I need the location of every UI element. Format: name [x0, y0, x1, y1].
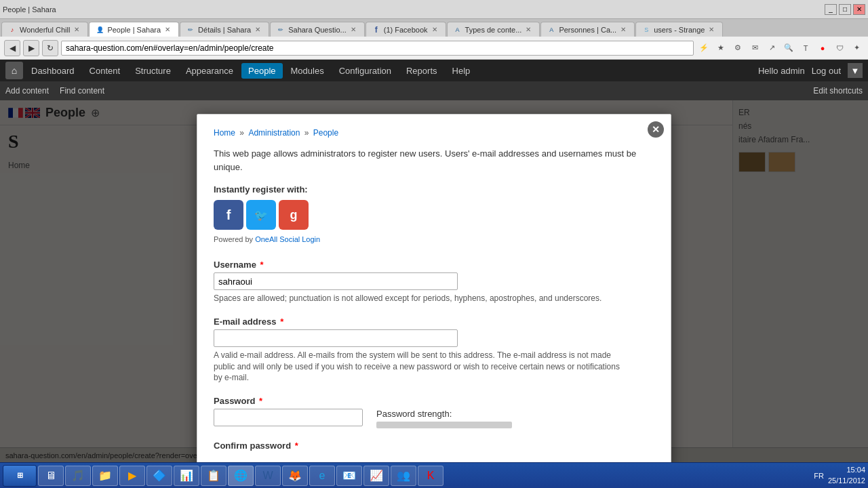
breadcrumb-home[interactable]: Home — [214, 128, 235, 138]
mail-icon[interactable]: ✉ — [747, 41, 762, 56]
tab-close-personnes[interactable]: ✕ — [620, 26, 629, 34]
magnify-icon[interactable]: 🔍 — [781, 41, 796, 56]
admin-menu-reports[interactable]: Reports — [399, 63, 444, 79]
admin-menu-people[interactable]: People — [241, 63, 282, 79]
taskbar-clock: 15:04 25/11/2012 — [828, 465, 865, 486]
tab-people[interactable]: 👤 People | Sahara ✕ — [89, 22, 179, 37]
tab-bar: ♪ Wonderful Chill ✕ 👤 People | Sahara ✕ … — [0, 19, 868, 37]
email-label: E-mail address * — [214, 317, 654, 327]
tab-close-users[interactable]: ✕ — [709, 26, 717, 34]
rss-icon[interactable]: ⚡ — [696, 41, 711, 56]
email-field-group: E-mail address * A valid e-mail address.… — [214, 317, 654, 384]
add-content-link[interactable]: Add content — [5, 86, 49, 96]
admin-menu-appearance[interactable]: Appearance — [179, 63, 240, 79]
tab-favicon-facebook: f — [372, 25, 381, 35]
shield-icon[interactable]: 🛡 — [832, 41, 847, 56]
taskbar-item-folder[interactable]: 📁 — [92, 466, 118, 486]
expand-button[interactable]: ▼ — [848, 63, 863, 78]
tab-close-people[interactable]: ✕ — [165, 26, 173, 34]
taskbar-item-excel[interactable]: 📊 — [174, 466, 199, 486]
window-title: People | Sahara — [3, 5, 56, 14]
admin-menu-configuration[interactable]: Configuration — [332, 63, 398, 79]
tab-facebook[interactable]: f (1) Facebook ✕ — [366, 22, 446, 37]
twitter-register-button[interactable]: 🐦 — [246, 200, 276, 230]
tab-wonderful[interactable]: ♪ Wonderful Chill ✕ — [1, 22, 88, 37]
twitter-icon: 🐦 — [254, 209, 268, 222]
taskbar-item-vlc[interactable]: ▶ — [119, 466, 145, 486]
confirm-required: * — [295, 441, 298, 451]
close-button[interactable]: ✕ — [853, 4, 865, 15]
powered-by-text: Powered by — [214, 235, 253, 243]
password-strength-section: Password strength: — [376, 409, 512, 428]
admin-menu-content[interactable]: Content — [83, 63, 127, 79]
taskbar-item-ie[interactable]: e — [309, 466, 335, 486]
back-button[interactable]: ◀ — [4, 40, 20, 56]
tab-details[interactable]: ✏ Détails | Sahara ✕ — [180, 22, 269, 37]
taskbar-item-thunderbird[interactable]: 📧 — [336, 466, 362, 486]
tab-close-details[interactable]: ✕ — [255, 26, 263, 34]
color-icon[interactable]: ● — [815, 41, 830, 56]
taskbar-item-music[interactable]: 🎵 — [65, 466, 91, 486]
tab-types[interactable]: A Types de conte... ✕ — [447, 22, 540, 37]
username-label: Username * — [214, 260, 654, 270]
tab-users[interactable]: S users - Strange ✕ — [635, 22, 723, 37]
thunderbird-icon: 📧 — [342, 469, 356, 483]
vlc-icon: ▶ — [125, 469, 139, 483]
translate-icon[interactable]: T — [798, 41, 813, 56]
home-button[interactable]: ⌂ — [5, 62, 23, 79]
logout-link[interactable]: Log out — [812, 66, 841, 76]
maximize-button[interactable]: □ — [839, 4, 851, 15]
email-input[interactable] — [214, 329, 458, 347]
tab-favicon-wonderful: ♪ — [7, 25, 17, 35]
breadcrumb-sep-1: » — [239, 128, 246, 138]
taskbar-item-monitor[interactable]: 📈 — [363, 466, 389, 486]
breadcrumb-people[interactable]: People — [313, 128, 338, 138]
password-input[interactable] — [214, 409, 363, 426]
modal-close-button[interactable]: ✕ — [648, 121, 664, 138]
taskbar-item-firefox[interactable]: 🦊 — [282, 466, 308, 486]
address-bar[interactable] — [61, 41, 694, 56]
taskbar-item-kvazaar[interactable]: K — [418, 466, 443, 486]
explorer-icon: 🖥 — [44, 469, 58, 483]
password-required: * — [259, 396, 262, 406]
admin-menu-modules[interactable]: Modules — [284, 63, 331, 79]
tab-close-facebook[interactable]: ✕ — [432, 26, 440, 34]
music-icon: 🎵 — [71, 469, 85, 483]
tab-close-wonderful[interactable]: ✕ — [74, 26, 82, 34]
filezilla-icon: 🔷 — [153, 469, 166, 483]
find-content-link[interactable]: Find content — [60, 86, 104, 96]
oneall-link[interactable]: OneAll Social Login — [255, 235, 320, 243]
username-input[interactable] — [214, 272, 458, 290]
tab-close-question[interactable]: ✕ — [351, 26, 359, 34]
admin-menu-structure[interactable]: Structure — [128, 63, 178, 79]
tab-label-personnes: Personnes | Ca... — [559, 26, 616, 34]
facebook-register-button[interactable]: f — [214, 200, 243, 230]
forward-button[interactable]: ▶ — [23, 40, 39, 56]
reload-button[interactable]: ↻ — [42, 40, 58, 56]
star2-icon[interactable]: ✦ — [849, 41, 864, 56]
admin-menu-dashboard[interactable]: Dashboard — [24, 63, 81, 79]
tab-personnes[interactable]: A Personnes | Ca... ✕ — [540, 22, 635, 37]
taskbar-item-word[interactable]: W — [255, 466, 281, 486]
taskbar-item-chrome[interactable]: 🌐 — [228, 466, 254, 486]
admin-menu-help[interactable]: Help — [446, 63, 477, 79]
taskbar-item-powerpoint[interactable]: 📋 — [201, 466, 226, 486]
tab-favicon-users: S — [642, 25, 651, 35]
google-register-button[interactable]: g — [279, 200, 309, 230]
share-icon[interactable]: ↗ — [764, 41, 779, 56]
bookmark-icon[interactable]: ★ — [713, 41, 728, 56]
title-bar: People | Sahara _ □ ✕ — [0, 0, 868, 19]
taskbar-item-explorer[interactable]: 🖥 — [38, 466, 64, 486]
breadcrumb-administration[interactable]: Administration — [248, 128, 300, 138]
clock-date: 25/11/2012 — [828, 476, 865, 486]
tab-close-types[interactable]: ✕ — [526, 26, 534, 34]
password-strength-label: Password strength: — [376, 409, 512, 419]
tab-label-users: users - Strange — [654, 26, 705, 34]
edit-shortcuts-link[interactable]: Edit shortcuts — [813, 86, 863, 96]
tools-icon[interactable]: ⚙ — [730, 41, 745, 56]
taskbar-item-filezilla[interactable]: 🔷 — [146, 466, 172, 486]
start-button[interactable]: ⊞ — [3, 465, 37, 487]
minimize-button[interactable]: _ — [825, 4, 837, 15]
tab-question[interactable]: ✏ Sahara Questio... ✕ — [270, 22, 365, 37]
taskbar-item-users[interactable]: 👥 — [391, 466, 416, 486]
